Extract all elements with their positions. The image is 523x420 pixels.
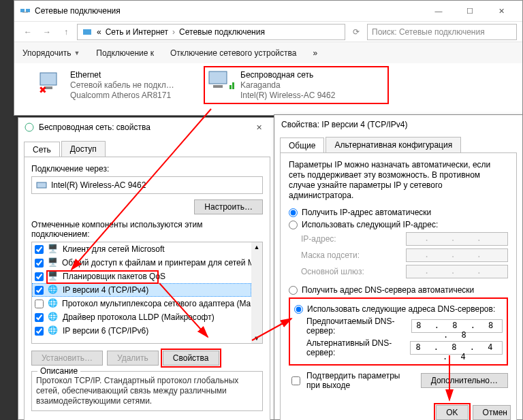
tabs: Сеть Доступ xyxy=(18,137,276,157)
search-input[interactable]: Поиск: Сетевые подключения xyxy=(367,24,517,40)
network-icon xyxy=(24,122,35,133)
svg-rect-14 xyxy=(37,182,46,188)
tab-alt[interactable]: Альтернативная конфигурация xyxy=(326,137,461,152)
forward-button[interactable]: → xyxy=(39,24,55,40)
advanced-button[interactable]: Дополнительно… xyxy=(421,373,508,388)
close-button[interactable]: ✕ xyxy=(486,1,517,21)
list-item[interactable]: 🌐Драйвер протокола LLDP (Майкрософт) xyxy=(32,310,251,324)
item-label: Общий доступ к файлам и принтерам для се… xyxy=(62,258,251,268)
row-mask: Маска подсети:. . . xyxy=(301,248,508,262)
svg-rect-8 xyxy=(213,85,223,88)
row-dns2: Альтернативный DNS-сервер:8 . 8 . 4 . 4 xyxy=(306,338,503,357)
list-item[interactable]: 🌐IP версии 6 (TCP/IPv6) xyxy=(32,324,251,338)
svg-rect-4 xyxy=(40,73,57,85)
protocol-icon: 🌐 xyxy=(48,285,59,295)
crumb-2[interactable]: Сетевые подключения xyxy=(179,27,265,37)
list-item-ipv4[interactable]: 🌐IP версии 4 (TCP/IPv4) xyxy=(32,283,251,297)
tabs: Общие Альтернативная конфигурация xyxy=(274,134,522,152)
validate-checkbox-row[interactable]: Подтвердить параметры при выходе Дополни… xyxy=(289,371,508,390)
checkbox[interactable] xyxy=(35,313,44,322)
svg-rect-0 xyxy=(20,9,25,12)
cmd-connect[interactable]: Подключение к xyxy=(96,48,154,58)
titlebar[interactable]: Сетевые подключения — ☐ ✕ xyxy=(14,1,522,21)
refresh-button[interactable]: ⟳ xyxy=(348,24,364,40)
checkbox[interactable] xyxy=(35,272,44,281)
checkbox[interactable] xyxy=(35,286,44,295)
tab-access[interactable]: Доступ xyxy=(61,141,106,157)
cmd-organize[interactable]: Упорядочить▼ xyxy=(22,48,80,58)
adapter-status: Karaganda xyxy=(240,80,335,91)
up-button[interactable]: ↑ xyxy=(58,24,74,40)
dns1-input[interactable]: 8 . 8 . 8 . 8 xyxy=(411,319,503,333)
dns2-input[interactable]: 8 . 8 . 4 . 4 xyxy=(410,341,503,355)
connect-via-value: Intel(R) Wireless-AC 9462 xyxy=(51,180,146,190)
checkbox[interactable] xyxy=(35,259,44,268)
list-item[interactable]: 🌐Протокол мультиплексора сетевого адапте… xyxy=(32,297,251,310)
ipv4-properties-dialog: Свойства: IP версии 4 (TCP/IPv4) Общие А… xyxy=(274,114,523,420)
adapter-device: Intel(R) Wireless-AC 9462 xyxy=(240,91,335,101)
components-list[interactable]: 🖥️Клиент для сетей Microsoft 🖥️Общий дос… xyxy=(31,242,263,344)
crumb-1[interactable]: Сеть и Интернет xyxy=(106,27,168,37)
description-text: Протокол TCP/IP. Стандартный протокол гл… xyxy=(36,376,258,406)
svg-point-13 xyxy=(25,123,33,131)
adapter-icon xyxy=(36,180,47,191)
minimize-button[interactable]: — xyxy=(423,1,454,21)
network-connections-window: Сетевые подключения — ☐ ✕ ← → ↑ « Сеть и… xyxy=(14,0,523,116)
cmd-more[interactable]: » xyxy=(313,48,317,58)
svg-rect-10 xyxy=(232,82,234,89)
svg-rect-7 xyxy=(209,71,227,84)
close-button[interactable]: ✕ xyxy=(247,120,270,135)
item-label: Планировщик пакетов QoS xyxy=(63,272,165,281)
item-label: Протокол мультиплексора сетевого адаптер… xyxy=(62,299,251,308)
svg-rect-3 xyxy=(83,29,91,35)
ok-button[interactable]: OK xyxy=(436,405,468,420)
adapter-name: Ethernet xyxy=(70,70,174,80)
svg-text:✖: ✖ xyxy=(39,84,47,95)
connect-via-field: Intel(R) Wireless-AC 9462 xyxy=(31,176,263,194)
list-item[interactable]: 🖥️Планировщик пакетов QoS xyxy=(32,270,251,283)
window-icon xyxy=(20,5,31,16)
back-button[interactable]: ← xyxy=(20,24,36,40)
checkbox[interactable] xyxy=(35,327,44,336)
maximize-button[interactable]: ☐ xyxy=(454,1,486,21)
dialog-titlebar[interactable]: Беспроводная сеть: свойства ✕ xyxy=(18,118,276,137)
tab-body: Параметры IP можно назначать автоматичес… xyxy=(280,152,517,420)
chevron-down-icon: ▼ xyxy=(74,50,80,56)
scroll-up-icon[interactable]: ▲ xyxy=(254,244,260,251)
gateway-input: . . . xyxy=(406,265,508,278)
tab-general[interactable]: Общие xyxy=(280,138,324,153)
properties-button[interactable]: Свойства xyxy=(163,351,219,366)
breadcrumb[interactable]: « Сеть и Интернет › Сетевые подключения xyxy=(77,24,345,40)
chevron-right-icon: › xyxy=(172,27,175,37)
svg-rect-9 xyxy=(229,85,232,89)
radio-ip-manual[interactable]: Использовать следующий IP-адрес: xyxy=(289,220,508,229)
radio-dns-auto[interactable]: Получить адрес DNS-сервера автоматически xyxy=(289,285,508,295)
radio-ip-auto[interactable]: Получить IP-адрес автоматически xyxy=(289,208,508,217)
tab-network[interactable]: Сеть xyxy=(24,142,60,157)
validate-checkbox[interactable] xyxy=(291,376,300,385)
control-panel-icon xyxy=(82,27,93,37)
scroll-down-icon[interactable]: ▼ xyxy=(254,335,260,342)
install-button[interactable]: Установить… xyxy=(31,351,103,366)
cmd-disable[interactable]: Отключение сетевого устройства xyxy=(170,48,296,58)
address-bar: ← → ↑ « Сеть и Интернет › Сетевые подклю… xyxy=(14,21,522,42)
item-label: Клиент для сетей Microsoft xyxy=(63,244,165,254)
list-item[interactable]: 🖥️Клиент для сетей Microsoft xyxy=(32,242,251,256)
dialog-title[interactable]: Свойства: IP версии 4 (TCP/IPv4) xyxy=(274,115,522,134)
intro-text: Параметры IP можно назначать автоматичес… xyxy=(289,160,508,201)
configure-button[interactable]: Настроить… xyxy=(194,199,263,214)
cancel-button[interactable]: Отмен xyxy=(473,405,511,420)
connect-via-label: Подключение через: xyxy=(31,164,263,174)
ip-input: . . . xyxy=(406,232,508,246)
checkbox[interactable] xyxy=(35,245,44,254)
radio-dns-manual[interactable]: Использовать следующие адреса DNS-сервер… xyxy=(294,304,503,314)
item-label: Драйвер протокола LLDP (Майкрософт) xyxy=(63,312,215,322)
adapter-wireless[interactable]: Беспроводная сеть Karaganda Intel(R) Wir… xyxy=(204,66,389,104)
list-item[interactable]: 🖥️Общий доступ к файлам и принтерам для … xyxy=(32,256,251,270)
uninstall-button[interactable]: Удалить xyxy=(107,351,159,366)
svg-rect-1 xyxy=(26,9,30,12)
item-label: IP версии 4 (TCP/IPv4) xyxy=(63,285,148,295)
checkbox[interactable] xyxy=(35,300,44,308)
scrollbar[interactable]: ▲ ▼ xyxy=(251,242,262,343)
adapter-ethernet[interactable]: ✖ Ethernet Сетевой кабель не подкл… Qual… xyxy=(35,67,191,103)
